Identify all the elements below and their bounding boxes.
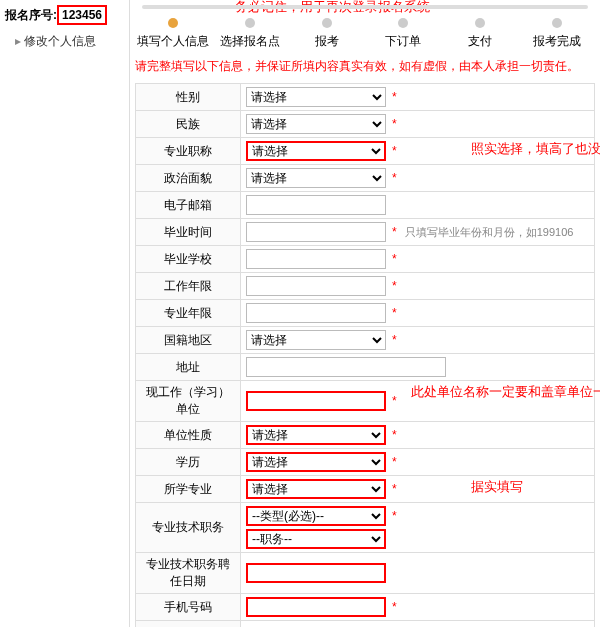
label-gradschool: 毕业学校 [136,246,241,273]
select-major[interactable]: 请选择 [246,479,386,499]
sidebar: 报名序号:123456 修改个人信息 [0,0,130,627]
select-unittype[interactable]: 请选择 [246,425,386,445]
label-unittype: 单位性质 [136,422,241,449]
main-panel: 务必记住，用于再次登录报名系统 填写个人信息 选择报名点 报考 下订单 支付 报… [130,0,600,627]
hint-gradtime: 只填写毕业年份和月份，如199106 [405,226,574,238]
label-proyears: 专业年限 [136,300,241,327]
label-techjob: 专业技术职务 [136,503,241,553]
select-techjob[interactable]: --职务-- [246,529,386,549]
label-ethnic: 民族 [136,111,241,138]
step-6: 报考完成 [518,18,595,50]
input-workyears[interactable] [246,276,386,296]
select-gender[interactable]: 请选择 [246,87,386,107]
label-political: 政治面貌 [136,165,241,192]
input-address[interactable] [246,357,446,377]
label-gender: 性别 [136,84,241,111]
label-gradtime: 毕业时间 [136,219,241,246]
input-workunit[interactable] [246,391,386,411]
sidebar-link-edit[interactable]: 修改个人信息 [15,33,124,50]
step-1: 填写个人信息 [135,18,212,50]
select-techtype[interactable]: --类型(必选)-- [246,506,386,526]
label-title: 专业职称 [136,138,241,165]
label-workunit: 现工作（学习）单位 [136,381,241,422]
label-techdate: 专业技术职务聘任日期 [136,553,241,594]
input-gradschool[interactable] [246,249,386,269]
select-education[interactable]: 请选择 [246,452,386,472]
label-phone: 手机号码 [136,594,241,621]
warning-text: 请完整填写以下信息，并保证所填内容真实有效，如有虚假，由本人承担一切责任。 [135,58,595,75]
select-political[interactable]: 请选择 [246,168,386,188]
step-3: 报考 [288,18,365,50]
input-phone[interactable] [246,597,386,617]
annotation-unit: 此处单位名称一定要和盖章单位一致 [411,383,600,401]
input-proyears[interactable] [246,303,386,323]
select-ethnic[interactable]: 请选择 [246,114,386,134]
input-email[interactable] [246,195,386,215]
label-photo: 照片 [136,621,241,628]
label-email: 电子邮箱 [136,192,241,219]
label-nationality: 国籍地区 [136,327,241,354]
annotation-fill-truth: 据实填写 [471,478,523,496]
input-gradtime[interactable] [246,222,386,242]
input-techdate[interactable] [246,563,386,583]
label-education: 学历 [136,449,241,476]
step-bar: 填写个人信息 选择报名点 报考 下订单 支付 报考完成 [135,18,595,50]
form-table: 性别 请选择* 民族 请选择* 专业职称 请选择* 照实选择，填高了也没什么用 … [135,83,595,627]
label-address: 地址 [136,354,241,381]
regnum-value: 123456 [57,5,107,25]
regnum-label: 报名序号: [5,8,57,22]
select-nationality[interactable]: 请选择 [246,330,386,350]
annotation-select-real: 照实选择，填高了也没什么用 [471,140,600,158]
reg-number: 报名序号:123456 [5,5,124,25]
step-5: 支付 [442,18,519,50]
step-4: 下订单 [365,18,442,50]
select-title[interactable]: 请选择 [246,141,386,161]
label-workyears: 工作年限 [136,273,241,300]
label-major: 所学专业 [136,476,241,503]
step-2: 选择报名点 [212,18,289,50]
